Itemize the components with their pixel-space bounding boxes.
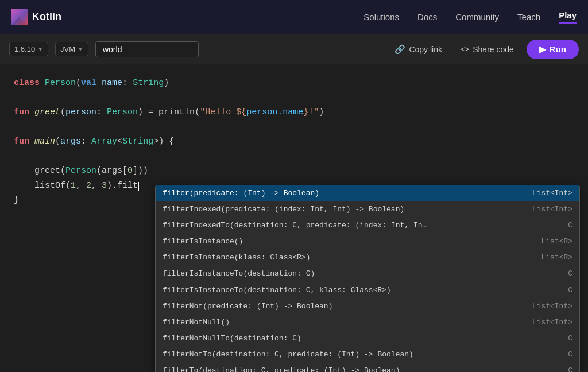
nav-play[interactable]: Play	[559, 10, 577, 24]
autocomplete-item-name-2: filterIndexedTo(destination: C, predicat…	[163, 219, 527, 232]
nav-links: Solutions Docs Community Teach Play	[363, 10, 577, 24]
autocomplete-item-type-10: C	[527, 348, 572, 361]
code-editor[interactable]: class Person(val name: String) fun greet…	[0, 64, 588, 372]
filename-input[interactable]	[95, 41, 199, 57]
autocomplete-item-name-9: filterNotNullTo(destination: C)	[163, 332, 527, 345]
autocomplete-item-name-11: filterTo(destination: C, predicate: (Int…	[163, 365, 527, 372]
autocomplete-item-name-3: filterIsInstance()	[163, 235, 527, 248]
autocomplete-item-0[interactable]: filter(predicate: (Int) -> Boolean) List…	[156, 185, 579, 202]
autocomplete-item-type-2: C	[527, 219, 572, 232]
code-line-3: fun greet(person: Person) = println("Hel…	[14, 105, 574, 120]
code-line-blank2	[14, 120, 574, 135]
play-icon: ▶	[539, 44, 546, 55]
autocomplete-item-type-7: List<Int>	[527, 300, 572, 313]
target-chevron-icon: ▼	[78, 46, 83, 52]
share-code-button[interactable]: <> Share code	[455, 41, 520, 57]
autocomplete-item-name-8: filterNotNull()	[163, 316, 527, 329]
share-code-label: Share code	[473, 45, 514, 54]
autocomplete-item-9[interactable]: filterNotNullTo(destination: C) C	[156, 331, 579, 347]
autocomplete-item-type-6: C	[527, 284, 572, 297]
autocomplete-item-name-4: filterIsInstance(klass: Class<R>)	[163, 251, 527, 264]
navbar: Kotlin Solutions Docs Community Teach Pl…	[0, 0, 588, 34]
autocomplete-item-type-11: C	[527, 365, 572, 372]
autocomplete-item-3[interactable]: filterIsInstance() List<R>	[156, 234, 579, 250]
copy-link-button[interactable]: 🔗 Copy link	[389, 41, 448, 58]
autocomplete-item-name-6: filterIsInstanceTo(destination: C, klass…	[163, 284, 527, 297]
nav-community[interactable]: Community	[455, 12, 499, 22]
autocomplete-item-6[interactable]: filterIsInstanceTo(destination: C, klass…	[156, 282, 579, 299]
brand: Kotlin	[11, 9, 61, 25]
toolbar: 1.6.10 ▼ JVM ▼ 🔗 Copy link <> Share code…	[0, 34, 588, 64]
copy-link-label: Copy link	[409, 45, 442, 54]
run-button[interactable]: ▶ Run	[527, 40, 579, 59]
autocomplete-item-8[interactable]: filterNotNull() List<Int>	[156, 315, 579, 331]
run-label: Run	[550, 44, 566, 54]
autocomplete-item-type-4: List<R>	[527, 251, 572, 264]
autocomplete-item-name-7: filterNot(predicate: (Int) -> Boolean)	[163, 300, 527, 313]
autocomplete-item-name-5: filterIsInstanceTo(destination: C)	[163, 268, 527, 280]
autocomplete-item-name-10: filterNotTo(destination: C, predicate: (…	[163, 348, 527, 361]
code-line-7: greet(Person(args[0]))	[14, 164, 574, 179]
autocomplete-dropdown[interactable]: filter(predicate: (Int) -> Boolean) List…	[155, 185, 580, 372]
autocomplete-item-type-5: C	[527, 268, 572, 280]
target-label: JVM	[60, 45, 75, 53]
version-chevron-icon: ▼	[37, 46, 43, 52]
target-selector[interactable]: JVM ▼	[55, 42, 88, 56]
code-line-blank1	[14, 91, 574, 106]
autocomplete-item-name-1: filterIndexed(predicate: (index: Int, In…	[163, 203, 527, 216]
version-label: 1.6.10	[14, 45, 35, 53]
autocomplete-item-type-0: List<Int>	[527, 187, 572, 200]
autocomplete-item-1[interactable]: filterIndexed(predicate: (index: Int, In…	[156, 202, 579, 218]
share-icon: <>	[461, 45, 469, 53]
nav-docs[interactable]: Docs	[417, 12, 437, 22]
autocomplete-item-type-1: List<Int>	[527, 203, 572, 216]
code-line-1: class Person(val name: String)	[14, 76, 574, 91]
autocomplete-item-11[interactable]: filterTo(destination: C, predicate: (Int…	[156, 363, 579, 372]
autocomplete-item-5[interactable]: filterIsInstanceTo(destination: C) C	[156, 266, 579, 282]
autocomplete-item-7[interactable]: filterNot(predicate: (Int) -> Boolean) L…	[156, 299, 579, 315]
autocomplete-item-name-0: filter(predicate: (Int) -> Boolean)	[163, 187, 527, 200]
nav-solutions[interactable]: Solutions	[363, 12, 399, 22]
link-icon: 🔗	[394, 44, 405, 55]
autocomplete-item-10[interactable]: filterNotTo(destination: C, predicate: (…	[156, 347, 579, 363]
version-selector[interactable]: 1.6.10 ▼	[9, 42, 48, 56]
autocomplete-item-type-9: C	[527, 332, 572, 345]
autocomplete-item-type-8: List<Int>	[527, 316, 572, 329]
kotlin-logo-icon	[11, 9, 28, 25]
autocomplete-item-2[interactable]: filterIndexedTo(destination: C, predicat…	[156, 218, 579, 234]
brand-name: Kotlin	[32, 11, 61, 23]
nav-teach[interactable]: Teach	[517, 12, 540, 22]
code-line-5: fun main(args: Array<String>) {	[14, 134, 574, 149]
autocomplete-item-type-3: List<R>	[527, 235, 572, 248]
code-line-blank3	[14, 149, 574, 164]
autocomplete-item-4[interactable]: filterIsInstance(klass: Class<R>) List<R…	[156, 250, 579, 266]
